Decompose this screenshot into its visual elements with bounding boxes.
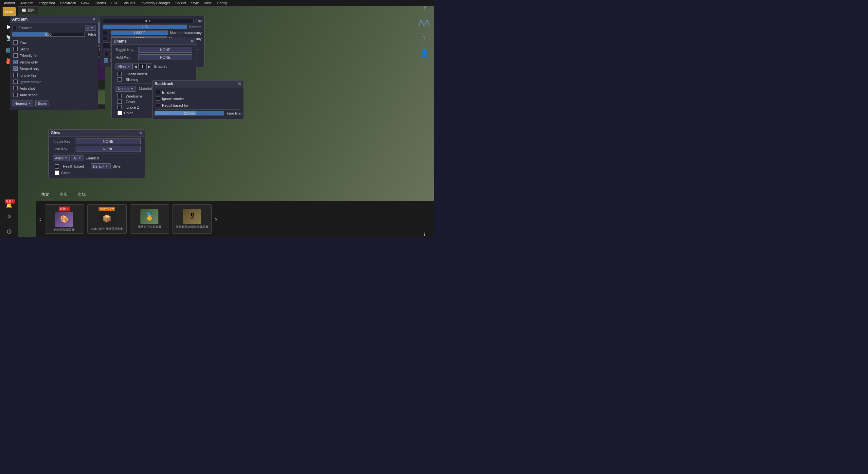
chevron-double-up-icon[interactable]: ⋀⋀ <box>418 18 430 27</box>
chams-ignore-z-label: Ignore-Z <box>126 105 140 109</box>
menu-triggerbot[interactable]: Triggerbot <box>36 0 58 6</box>
ignore-flash-label: Ignore flash <box>20 73 38 77</box>
question-icon-mid[interactable]: ? <box>420 33 429 42</box>
product-card-2[interactable]: StatTrak™ 📦 StatTrak™ 难逃音乐盒集 <box>87 204 127 234</box>
anti-aim-title: Anti aim <box>12 17 28 22</box>
max-aim-row: 1.00000 Max aim inaccuracy <box>103 30 202 35</box>
chams-cover-checkbox[interactable] <box>118 99 122 104</box>
max-shot-checkbox[interactable] <box>103 37 107 41</box>
glow-divider-1 <box>53 154 141 154</box>
glow-title-bar[interactable]: Glow ✕ <box>49 130 145 136</box>
prev-arrow[interactable]: ‹ <box>39 215 41 223</box>
chams-next-btn[interactable]: ▶ <box>146 64 152 69</box>
menu-misc[interactable]: Misc <box>202 0 214 6</box>
ignore-flash-checkbox[interactable] <box>13 73 18 77</box>
friendly-fire-checkbox[interactable] <box>13 53 18 58</box>
glow-close[interactable]: ✕ <box>139 131 143 135</box>
news-tab[interactable]: 📰 新闻 <box>18 6 38 14</box>
scoped-only-label: Scoped only <box>20 67 40 71</box>
tab-market[interactable]: 市场 <box>73 191 91 199</box>
killshot-checkbox[interactable] <box>104 52 108 56</box>
backtrack-ignore-smoke-label: Ignore smoke <box>162 97 184 101</box>
menu-inventory-changer[interactable]: Inventory Changer <box>138 0 173 6</box>
glow-color-box[interactable] <box>55 170 59 175</box>
max-aim-checkbox[interactable] <box>103 31 107 35</box>
menu-config[interactable]: Config <box>214 0 230 6</box>
product-card-4[interactable]: 🎖 反恐精英20周年印花胶囊 <box>173 204 212 234</box>
menu-visuals[interactable]: Visuals <box>121 0 138 6</box>
chams-color-label: Color <box>124 111 132 115</box>
yaw-checkbox[interactable] <box>13 40 18 44</box>
chams-close[interactable]: ✕ <box>190 39 194 43</box>
fov-slider[interactable]: 0.00 <box>103 19 194 23</box>
product-icon-2: 📦 <box>98 211 116 226</box>
next-arrow[interactable]: › <box>215 215 217 223</box>
menu-esp[interactable]: ESP <box>108 0 121 6</box>
chams-hold-key-row: Hold Key NONE <box>114 54 194 60</box>
visible-only-checkbox[interactable] <box>13 60 18 64</box>
info-icon[interactable]: ℹ <box>424 232 425 237</box>
backtrack-recoil-row: Recoil based fov <box>154 102 242 108</box>
ignore-smoke-checkbox[interactable] <box>13 80 18 84</box>
chams-blinking-checkbox[interactable] <box>118 77 122 82</box>
backtrack-time-slider[interactable]: 200 ms <box>154 111 224 116</box>
divider-2 <box>14 99 94 99</box>
chams-prev-btn[interactable]: ◀ <box>132 64 138 69</box>
anti-aim-close[interactable]: ✕ <box>92 17 96 22</box>
backtrack-title-bar[interactable]: Backtrack ✕ <box>153 81 244 87</box>
menu-glow[interactable]: Glow <box>79 0 92 6</box>
backtrack-divider <box>156 109 240 110</box>
glow-all-dropdown[interactable]: All ▼ <box>71 155 84 161</box>
glow-allies-dropdown[interactable]: Allies ▼ <box>53 155 70 161</box>
tab-hot[interactable]: 热卖 <box>36 191 54 199</box>
menu-chams[interactable]: Chams <box>92 0 108 6</box>
glow-window: Glow ✕ Toggle Key NONE Hold Key NONE All… <box>49 129 145 178</box>
silent-row: Silent <box>12 46 96 52</box>
menu-sound[interactable]: Sound <box>173 0 188 6</box>
enabled-checkbox[interactable] <box>12 26 17 30</box>
smooth-slider[interactable]: 1.00 <box>103 25 187 29</box>
silent-checkbox[interactable] <box>13 47 18 51</box>
backtrack-recoil-label: Recoil based fov <box>162 103 188 107</box>
chams-wireframe-checkbox[interactable] <box>118 94 122 98</box>
visible-only-row: Visible only <box>12 59 96 65</box>
backtrack-enabled-checkbox[interactable] <box>156 90 160 94</box>
auto-shot-checkbox[interactable] <box>13 86 18 90</box>
anti-aim-title-bar[interactable]: Anti aim ✕ <box>10 16 98 23</box>
chams-health-checkbox[interactable] <box>118 72 122 76</box>
enabled-dropdown[interactable]: d ▼ <box>85 25 96 31</box>
nearest-dropdown[interactable]: Nearest ▼ <box>12 100 33 106</box>
backtrack-ignore-smoke-checkbox[interactable] <box>156 97 160 101</box>
product-name-1: 作战室印花胶囊 <box>54 228 74 232</box>
scoped-only-checkbox[interactable] <box>13 66 18 71</box>
max-aim-slider[interactable]: 1.00000 <box>111 30 168 35</box>
glow-default-dropdown[interactable]: Default ▼ <box>91 163 111 169</box>
pitch-slider[interactable]: 0.00 <box>12 32 85 37</box>
chams-hold-key-btn[interactable]: NONE <box>138 54 192 60</box>
sidebar-power-icon[interactable]: ⏻ <box>3 225 15 237</box>
glow-hold-key-btn[interactable]: NONE <box>75 146 141 152</box>
chams-color-box[interactable] <box>118 110 122 115</box>
backtrack-close[interactable]: ✕ <box>238 82 242 86</box>
menu-style[interactable]: Style <box>188 0 202 6</box>
between-shots-checkbox[interactable] <box>104 58 108 63</box>
chams-ignore-z-checkbox[interactable] <box>118 105 122 109</box>
menu-backtrack[interactable]: Backtrack <box>58 0 79 6</box>
bone-dropdown[interactable]: Bone <box>35 100 49 106</box>
product-card-3[interactable]: 🏅 团队定位印花胶囊 <box>130 204 169 234</box>
glow-health-checkbox[interactable] <box>55 164 59 168</box>
menu-aimbot[interactable]: Aimbot <box>1 0 18 6</box>
chams-title-bar[interactable]: Chams ✕ <box>112 38 196 45</box>
chams-allies-dropdown[interactable]: Allies ▼ <box>116 64 132 69</box>
tab-shop[interactable]: 商店 <box>54 191 73 199</box>
auto-scope-checkbox[interactable] <box>13 93 18 97</box>
glow-toggle-key-btn[interactable]: NONE <box>75 138 141 145</box>
max-aim-label: Max aim inaccuracy <box>170 31 202 35</box>
menu-anti-aim[interactable]: Anti aim <box>18 0 36 6</box>
product-card-1[interactable]: 最新！ 🎨 作战室印花胶囊 <box>45 204 84 234</box>
chams-normal-dropdown[interactable]: Normal ▼ <box>116 86 135 92</box>
user-icon[interactable]: 👤 <box>420 49 429 58</box>
backtrack-recoil-checkbox[interactable] <box>156 103 160 107</box>
sidebar-settings-icon[interactable]: ⚙ <box>3 211 15 222</box>
chams-toggle-key-btn[interactable]: NONE <box>138 47 192 53</box>
